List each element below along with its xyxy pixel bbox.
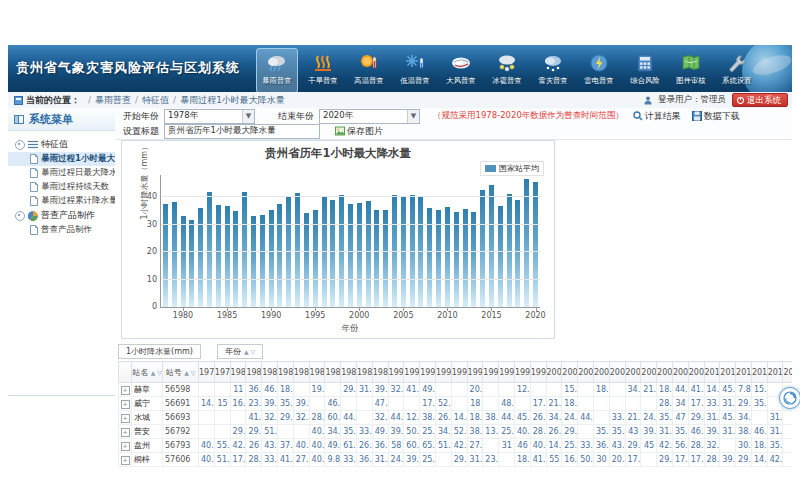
bar-1986[interactable] (233, 211, 238, 307)
sidebar-item[interactable]: 暴雨过程日最大降水量 (8, 166, 115, 180)
station-id-header[interactable]: 站号 ▲ ▽ (163, 362, 199, 383)
nav-item-map-review[interactable]: 图件审核 (670, 48, 712, 93)
year-header-2009[interactable]: 2009 (688, 362, 704, 383)
nav-item-drought[interactable]: 干旱普查 (302, 48, 344, 93)
year-header-2005[interactable]: 2005 (625, 362, 641, 383)
bar-1999[interactable] (348, 204, 353, 307)
year-header-1987[interactable]: 1987 (341, 362, 357, 383)
nav-item-high-temp[interactable]: 高温普查 (348, 48, 390, 93)
download-button[interactable]: 数据下载 (692, 110, 740, 123)
year-header-1994[interactable]: 1994 (451, 362, 467, 383)
year-header-1990[interactable]: 1990 (388, 362, 404, 383)
nav-item-hail[interactable]: 冰雹普查 (486, 48, 528, 93)
bar-2009[interactable] (436, 210, 441, 307)
value-type-chip[interactable]: 1小时降水量(mm) (118, 344, 201, 359)
year-header-2002[interactable]: 2002 (578, 362, 594, 383)
calculate-button[interactable]: 计算结果 (633, 110, 681, 123)
bar-1984[interactable] (216, 205, 221, 307)
year-sort-chip[interactable]: 年份▲ ▽ (217, 344, 263, 359)
bar-1985[interactable] (225, 206, 230, 307)
save-image-button[interactable]: 保存图片 (335, 125, 383, 138)
bar-1995[interactable] (313, 210, 318, 307)
bar-2010[interactable] (445, 207, 450, 307)
bar-2011[interactable] (454, 212, 459, 307)
bar-1993[interactable] (295, 193, 300, 307)
bar-1980[interactable] (181, 216, 186, 307)
bar-1987[interactable] (242, 192, 247, 307)
row-expand-icon[interactable]: + (121, 414, 130, 423)
year-header-2013[interactable]: 2013 (751, 362, 767, 383)
nav-item-settings[interactable]: 系统设置 (716, 48, 758, 93)
breadcrumb-item[interactable]: 特征值 (142, 95, 169, 105)
year-header-2007[interactable]: 2007 (657, 362, 673, 383)
year-header-2011[interactable]: 2011 (720, 362, 736, 383)
year-header-1980[interactable]: 1980 (230, 362, 246, 383)
year-header-1995[interactable]: 1995 (467, 362, 483, 383)
sidebar-group-普查产品制作[interactable]: 普查产品制作 (8, 208, 115, 223)
year-header-2012[interactable]: 2012 (736, 362, 752, 383)
bar-2019[interactable] (524, 179, 529, 307)
year-header-2010[interactable]: 2010 (704, 362, 720, 383)
sidebar-item[interactable]: 暴雨过程累计降水量 (8, 194, 115, 208)
sidebar-group-特征值[interactable]: 特征值 (8, 137, 115, 152)
row-expand-icon[interactable]: + (121, 456, 130, 465)
bar-2020[interactable] (533, 182, 538, 307)
breadcrumb-item[interactable]: 暴雨普查 (95, 95, 131, 105)
bar-1981[interactable] (189, 220, 194, 307)
year-header-2000[interactable]: 2000 (546, 362, 562, 383)
bar-2013[interactable] (471, 212, 476, 307)
year-header-2003[interactable]: 2003 (593, 362, 609, 383)
year-header-2001[interactable]: 2001 (562, 362, 578, 383)
year-header-1984[interactable]: 1984 (293, 362, 309, 383)
bar-1988[interactable] (251, 216, 256, 307)
bar-1983[interactable] (207, 192, 212, 307)
chart-title-input[interactable] (164, 124, 320, 139)
sidebar-item[interactable]: 暴雨过程持续天数 (8, 180, 115, 194)
expander-icon[interactable] (15, 211, 25, 221)
expander-icon[interactable] (15, 140, 25, 150)
year-header-2015[interactable]: 2015 (783, 362, 792, 383)
year-header-1997[interactable]: 1997 (499, 362, 515, 383)
floating-tool-button[interactable] (779, 387, 800, 409)
row-expand-icon[interactable]: + (121, 428, 130, 437)
year-header-1992[interactable]: 1992 (420, 362, 436, 383)
year-header-1983[interactable]: 1983 (277, 362, 293, 383)
start-year-select[interactable]: 1978年 ▼ (164, 109, 255, 124)
bar-2016[interactable] (498, 206, 503, 307)
nav-item-snow[interactable]: 雪灾普查 (532, 48, 574, 93)
nav-item-composite-risk[interactable]: 综合风险 (624, 48, 666, 93)
bar-2000[interactable] (357, 203, 362, 307)
chart-legend[interactable]: 国家站平均 (480, 161, 544, 176)
year-header-1989[interactable]: 1989 (372, 362, 388, 383)
bar-1997[interactable] (330, 200, 335, 307)
year-header-2004[interactable]: 2004 (609, 362, 625, 383)
year-header-1978[interactable]: 1978 (199, 362, 215, 383)
year-header-1991[interactable]: 1991 (404, 362, 420, 383)
row-expand-icon[interactable]: + (121, 442, 130, 451)
nav-item-rainstorm[interactable]: 暴雨普查 (256, 48, 298, 93)
bar-1996[interactable] (322, 197, 327, 307)
logout-button[interactable]: 退出系统 (732, 93, 788, 107)
bar-1994[interactable] (304, 213, 309, 307)
bar-2001[interactable] (366, 201, 371, 307)
bar-2015[interactable] (489, 185, 494, 307)
row-expand-icon[interactable]: + (121, 386, 130, 395)
station-name-header[interactable]: 站名 ▲ ▽ (132, 362, 163, 383)
bar-1991[interactable] (277, 204, 282, 307)
bar-2018[interactable] (515, 200, 520, 307)
year-header-1982[interactable]: 1982 (262, 362, 278, 383)
year-header-1988[interactable]: 1988 (356, 362, 372, 383)
sidebar-item[interactable]: 暴雨过程1小时最大降水量 (8, 152, 115, 166)
breadcrumb-item[interactable]: 暴雨过程1小时最大降水量 (180, 95, 285, 105)
row-expand-icon[interactable]: + (121, 400, 130, 409)
year-header-1996[interactable]: 1996 (483, 362, 499, 383)
year-header-1999[interactable]: 1999 (530, 362, 546, 383)
bar-1979[interactable] (172, 202, 177, 307)
year-header-1979[interactable]: 1979 (214, 362, 230, 383)
bar-1989[interactable] (260, 215, 265, 307)
nav-item-wind[interactable]: 大风普查 (440, 48, 482, 93)
end-year-select[interactable]: 2020年 ▼ (319, 109, 420, 124)
year-header-1993[interactable]: 1993 (435, 362, 451, 383)
bar-1990[interactable] (269, 210, 274, 307)
bar-1978[interactable] (163, 204, 168, 307)
